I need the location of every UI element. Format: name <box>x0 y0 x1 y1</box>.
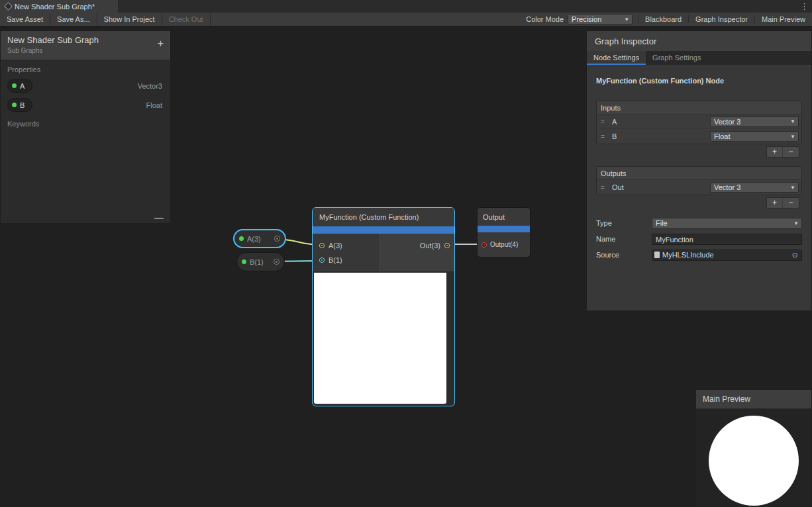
tab-graph-settings[interactable]: Graph Settings <box>646 51 707 65</box>
type-dropdown[interactable]: File ▼ <box>652 218 802 229</box>
graph-inspector-panel: Graph Inspector Node Settings Graph Sett… <box>586 30 812 311</box>
property-name: A <box>20 82 25 90</box>
blackboard-property-row[interactable]: B Float <box>1 95 170 115</box>
output-node[interactable]: Output Output(4) <box>477 207 531 257</box>
object-picker-icon[interactable]: ⊙ <box>789 250 800 260</box>
output-node-input-port[interactable]: Output(4) <box>478 232 530 257</box>
toolbar-right-group: Color Mode Precision ▼ Blackboard Graph … <box>522 13 812 26</box>
name-input[interactable] <box>652 234 802 245</box>
exposed-property-dot <box>239 236 244 241</box>
toolbar: Save Asset Save As... Show In Project Ch… <box>0 13 812 26</box>
unity-icon <box>4 2 13 11</box>
input-type-value: Float <box>711 132 789 140</box>
node-ports: A(3) B(1) Out(3) <box>313 234 454 271</box>
exposed-property-dot <box>242 259 246 264</box>
property-node-b-output-port[interactable] <box>274 259 279 265</box>
save-asset-button[interactable]: Save Asset <box>0 13 50 26</box>
output-port-out[interactable]: Out(3) <box>416 238 454 253</box>
input-port-b-label: B(1) <box>329 256 342 264</box>
output-port-out-label: Out(3) <box>420 242 440 250</box>
node-settings-heading: MyFunction (Custom Function) Node <box>596 77 802 85</box>
blackboard-toggle-button[interactable]: Blackboard <box>638 15 688 23</box>
output-node-title[interactable]: Output <box>478 208 530 226</box>
property-node-a-output-port[interactable] <box>274 236 280 242</box>
input-port-a[interactable]: A(3) <box>313 238 379 253</box>
outputs-table-row[interactable]: = Out Vector 3 ▼ <box>597 180 801 195</box>
add-output-button[interactable]: + <box>767 198 783 208</box>
port-dot-vector3-icon[interactable] <box>319 243 325 248</box>
inputs-table: Inputs = A Vector 3 ▼ = B Float ▼ <box>596 101 802 144</box>
output-type-dropdown[interactable]: Vector 3 ▼ <box>710 182 799 193</box>
graph-inspector-body: MyFunction (Custom Function) Node Inputs… <box>587 65 811 273</box>
custom-function-node[interactable]: MyFunction (Custom Function) A(3) B(1) O… <box>312 207 455 406</box>
source-object-field[interactable]: MyHLSLInclude ⊙ <box>652 250 802 261</box>
chevron-down-icon: ▼ <box>623 17 632 23</box>
node-preview-area <box>314 273 446 404</box>
show-in-project-button[interactable]: Show In Project <box>97 13 162 26</box>
property-node-a-label: A(3) <box>247 235 261 243</box>
save-as-button[interactable]: Save As... <box>50 13 97 26</box>
inputs-table-row[interactable]: = B Float ▼ <box>597 129 801 144</box>
input-name: B <box>612 132 617 140</box>
main-preview-viewport[interactable] <box>696 409 811 506</box>
property-node-b[interactable]: B(1) <box>236 252 285 271</box>
outputs-table: Outputs = Out Vector 3 ▼ <box>596 166 802 195</box>
chevron-down-icon: ▼ <box>789 118 798 124</box>
custom-function-node-title[interactable]: MyFunction (Custom Function) <box>313 208 454 226</box>
chevron-down-icon: ▼ <box>789 134 798 140</box>
input-type-dropdown[interactable]: Vector 3 ▼ <box>710 116 799 127</box>
main-preview-title: Main Preview <box>696 390 811 409</box>
exposed-property-dot <box>12 103 17 107</box>
drag-handle-icon[interactable]: = <box>601 184 607 191</box>
add-input-button[interactable]: + <box>767 147 783 157</box>
blackboard-property-row[interactable]: A Vector3 <box>1 76 170 95</box>
input-port-a-label: A(3) <box>329 242 342 250</box>
drag-handle-icon[interactable]: = <box>601 118 607 125</box>
property-node-a[interactable]: A(3) <box>233 229 286 248</box>
precision-dropdown[interactable]: Precision ▼ <box>568 14 633 24</box>
blackboard-subtitle: Sub Graphs <box>7 47 164 54</box>
kebab-menu-icon[interactable]: ⋮ <box>800 1 809 12</box>
input-type-dropdown[interactable]: Float ▼ <box>710 131 799 142</box>
blackboard-resize-handle[interactable] <box>154 218 164 219</box>
precision-dropdown-value: Precision <box>568 15 623 23</box>
property-pill-b[interactable]: B <box>7 98 32 112</box>
source-object-name: MyHLSLInclude <box>662 251 787 259</box>
preview-sphere <box>709 416 799 506</box>
drag-handle-icon[interactable]: = <box>601 133 607 140</box>
port-dot-vector3-icon[interactable] <box>444 243 450 248</box>
tab-new-shader-sub-graph[interactable]: New Shader Sub Graph* <box>0 0 118 13</box>
type-field-row: Type File ▼ <box>596 217 802 229</box>
blackboard-panel: New Shader Sub Graph Sub Graphs + Proper… <box>0 30 171 224</box>
chevron-down-icon: ▼ <box>789 185 798 191</box>
window-tab-strip: New Shader Sub Graph* ⋮ <box>0 0 812 13</box>
property-type: Float <box>146 101 162 109</box>
name-field-row: Name <box>596 233 802 245</box>
add-property-button[interactable]: + <box>158 38 164 49</box>
port-dot-float-icon[interactable] <box>319 257 325 263</box>
type-dropdown-value: File <box>652 219 792 227</box>
node-accent-bar <box>313 226 454 234</box>
port-dot-vector4-icon[interactable] <box>482 242 487 248</box>
check-out-button: Check Out <box>162 13 211 26</box>
remove-output-button[interactable]: − <box>783 198 799 208</box>
node-accent-bar <box>478 226 530 232</box>
input-port-b[interactable]: B(1) <box>313 253 379 267</box>
graph-inspector-tabs: Node Settings Graph Settings <box>587 51 811 65</box>
hlsl-file-icon <box>654 252 660 258</box>
inputs-table-row[interactable]: = A Vector 3 ▼ <box>597 115 801 129</box>
color-mode-label: Color Mode <box>522 15 568 23</box>
graph-inspector-toggle-button[interactable]: Graph Inspector <box>688 15 754 23</box>
type-label: Type <box>596 219 652 227</box>
remove-input-button[interactable]: − <box>783 147 799 157</box>
blackboard-title: New Shader Sub Graph <box>7 35 164 45</box>
output-name: Out <box>612 183 624 191</box>
property-name: B <box>20 101 25 109</box>
main-preview-toggle-button[interactable]: Main Preview <box>754 15 812 23</box>
keywords-section-label: Keywords <box>1 115 170 130</box>
source-label: Source <box>596 251 652 259</box>
node-input-ports: A(3) B(1) <box>313 234 379 271</box>
tab-node-settings[interactable]: Node Settings <box>587 51 646 65</box>
outputs-add-remove-bar: + − <box>596 197 799 208</box>
property-pill-a[interactable]: A <box>7 79 32 93</box>
